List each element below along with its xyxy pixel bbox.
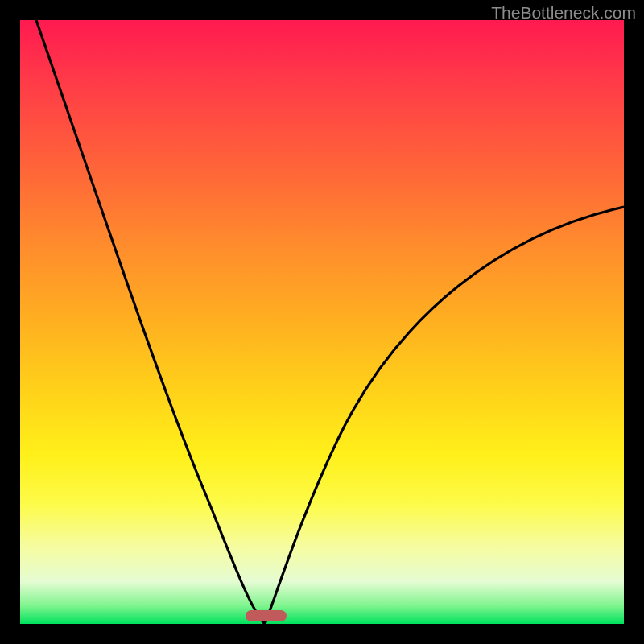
left-curve bbox=[36, 20, 265, 624]
plot-area bbox=[20, 20, 624, 624]
curves-layer bbox=[20, 20, 624, 624]
figure-frame: TheBottleneck.com bbox=[0, 0, 644, 644]
right-curve bbox=[265, 207, 624, 624]
optimal-range-marker bbox=[246, 610, 287, 621]
